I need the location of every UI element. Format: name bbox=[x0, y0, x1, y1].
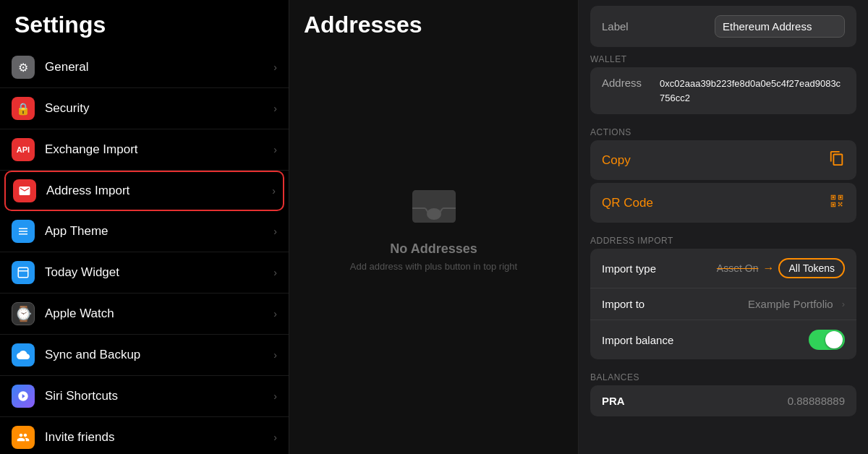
import-balance-row[interactable]: Import balance bbox=[590, 320, 856, 359]
import-to-label: Import to bbox=[602, 298, 644, 310]
chevron-right-icon: › bbox=[273, 308, 277, 320]
label-row: Label bbox=[590, 6, 856, 47]
sidebar-item-label: Sync and Backup bbox=[45, 348, 273, 362]
sidebar-item-invite[interactable]: Invite friends › bbox=[0, 417, 289, 454]
sidebar-item-sync[interactable]: Sync and Backup › bbox=[0, 335, 289, 376]
watch-icon: ⌚ bbox=[12, 302, 35, 325]
sidebar-item-label: Security bbox=[45, 101, 273, 116]
import-type-row[interactable]: Import type Asset On → All Tokens bbox=[590, 249, 856, 288]
label-field-value[interactable] bbox=[660, 15, 845, 38]
sidebar-item-label: App Theme bbox=[45, 224, 273, 239]
import-balance-label: Import balance bbox=[602, 334, 673, 346]
label-field-label: Label bbox=[602, 20, 660, 33]
balance-row: PRA 0.88888889 bbox=[590, 385, 856, 416]
addresses-empty-state: No Addresses Add address with plus butto… bbox=[289, 47, 578, 454]
settings-panel: Settings ⚙ General › 🔒 Security › API Ex… bbox=[0, 0, 289, 454]
address-import-section: Import type Asset On → All Tokens Import… bbox=[590, 249, 856, 359]
address-import-label: ADDRESS IMPORT bbox=[579, 230, 868, 249]
sidebar-item-watch[interactable]: ⌚ Apple Watch › bbox=[0, 294, 289, 335]
sidebar-item-security[interactable]: 🔒 Security › bbox=[0, 88, 289, 129]
inbox-icon bbox=[409, 187, 459, 230]
import-gap bbox=[579, 224, 868, 230]
balance-symbol: PRA bbox=[602, 395, 625, 407]
wallet-section-label: WALLET bbox=[579, 48, 868, 67]
portfolio-chevron: › bbox=[842, 299, 845, 309]
chevron-right-icon: › bbox=[273, 390, 277, 402]
sidebar-item-address[interactable]: Address Import › bbox=[4, 171, 284, 211]
chevron-right-icon: › bbox=[273, 103, 277, 114]
chevron-right-icon: › bbox=[273, 144, 277, 155]
sidebar-item-theme[interactable]: App Theme › bbox=[0, 211, 289, 252]
detail-panel: Label WALLET Address 0xc02aaa39b223fe8d0… bbox=[579, 0, 868, 454]
balances-gap bbox=[579, 361, 868, 367]
label-input[interactable] bbox=[715, 15, 845, 38]
siri-icon bbox=[12, 385, 35, 408]
copy-icon bbox=[829, 150, 845, 170]
sidebar-item-label: Apple Watch bbox=[45, 307, 273, 321]
sidebar-item-widget[interactable]: Today Widget › bbox=[0, 252, 289, 294]
security-icon: 🔒 bbox=[12, 97, 35, 120]
settings-title: Settings bbox=[0, 0, 289, 47]
chevron-right-icon: › bbox=[272, 185, 276, 197]
actions-gap bbox=[579, 116, 868, 121]
qr-action[interactable]: QR Code bbox=[590, 183, 856, 223]
sync-icon bbox=[12, 343, 35, 367]
top-gap bbox=[579, 0, 868, 6]
exchange-icon: API bbox=[12, 138, 35, 161]
import-type-value: Asset On → All Tokens bbox=[717, 258, 845, 278]
sidebar-item-label: General bbox=[45, 60, 273, 74]
copy-action[interactable]: Copy bbox=[590, 140, 856, 180]
sidebar-item-label: Today Widget bbox=[45, 265, 273, 280]
settings-list: ⚙ General › 🔒 Security › API Exchange Im… bbox=[0, 47, 289, 417]
toggle-thumb bbox=[825, 331, 843, 348]
chevron-right-icon: › bbox=[273, 349, 277, 361]
svg-rect-0 bbox=[18, 267, 28, 278]
import-to-row[interactable]: Import to Example Portfolio › bbox=[590, 288, 856, 320]
arrow-icon: → bbox=[762, 262, 774, 275]
sidebar-item-label: Siri Shortcuts bbox=[45, 389, 273, 403]
address-label: Address bbox=[602, 77, 660, 89]
qr-label: QR Code bbox=[602, 196, 653, 210]
address-value: 0xc02aaa39b223fe8d0a0e5c4f27ead9083c756c… bbox=[660, 77, 845, 105]
sidebar-item-label: Invite friends bbox=[45, 430, 273, 445]
chevron-right-icon: › bbox=[273, 61, 277, 73]
balance-amount: 0.88888889 bbox=[788, 395, 845, 407]
balances-section-label: BALANCES bbox=[579, 367, 868, 385]
address-import-icon bbox=[13, 179, 36, 202]
import-type-old: Asset On bbox=[717, 262, 759, 274]
import-type-label: Import type bbox=[602, 262, 656, 275]
addresses-panel: Addresses No Addresses Add address with … bbox=[289, 0, 579, 454]
sidebar-item-label: Exchange Import bbox=[45, 142, 273, 157]
copy-label: Copy bbox=[602, 153, 631, 168]
chevron-right-icon: › bbox=[273, 226, 277, 237]
no-addresses-subtitle: Add address with plus button in top righ… bbox=[350, 261, 517, 272]
no-addresses-title: No Addresses bbox=[390, 241, 477, 257]
chevron-right-icon: › bbox=[273, 267, 277, 278]
theme-icon bbox=[12, 220, 35, 243]
qr-icon bbox=[829, 193, 845, 213]
widget-icon bbox=[12, 261, 35, 284]
sidebar-item-general[interactable]: ⚙ General › bbox=[0, 47, 289, 88]
addresses-title: Addresses bbox=[289, 0, 578, 47]
sidebar-item-exchange[interactable]: API Exchange Import › bbox=[0, 129, 289, 171]
import-type-new[interactable]: All Tokens bbox=[778, 258, 845, 278]
sidebar-item-label: Address Import bbox=[46, 184, 272, 198]
general-icon: ⚙ bbox=[12, 56, 35, 79]
import-balance-toggle[interactable] bbox=[809, 330, 845, 350]
settings-bottom: Invite friends › Get macOS version › bbox=[0, 417, 289, 454]
portfolio-name: Example Portfolio bbox=[748, 298, 833, 310]
svg-point-2 bbox=[427, 208, 441, 220]
actions-section-label: ACTIONS bbox=[579, 121, 868, 140]
invite-icon bbox=[12, 426, 35, 449]
chevron-right-icon: › bbox=[273, 432, 277, 443]
sidebar-item-siri[interactable]: Siri Shortcuts › bbox=[0, 376, 289, 417]
import-to-value: Example Portfolio › bbox=[748, 298, 845, 310]
address-row: Address 0xc02aaa39b223fe8d0a0e5c4f27ead9… bbox=[590, 67, 856, 114]
